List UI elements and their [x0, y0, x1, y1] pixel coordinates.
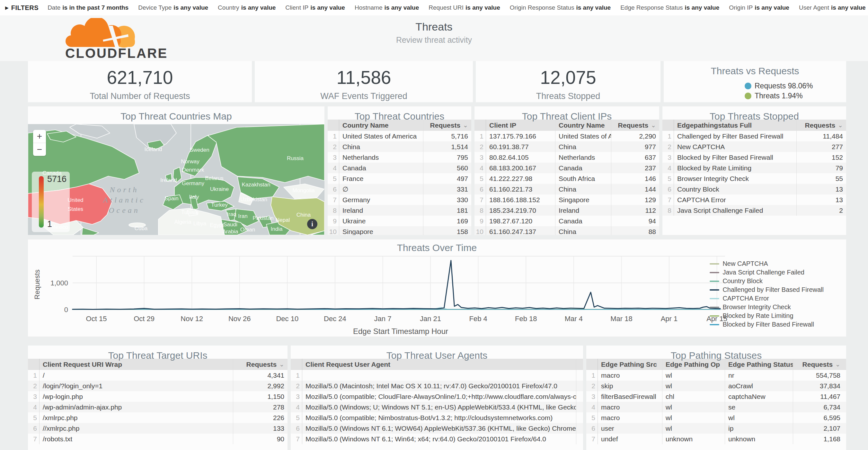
table-cell: /login/?login_only=1 [39, 381, 233, 391]
map-gradient-bar [39, 176, 44, 228]
table-row: 1United States of America5,716 [328, 131, 471, 142]
legend-line-swatch-icon [710, 280, 719, 282]
filter-item-user-agent[interactable]: User Agentis any value [799, 4, 866, 11]
filters-caret-icon: ▶ [5, 5, 9, 10]
row-number: 3 [474, 152, 486, 163]
column-header-requests[interactable]: Requests⌄ [233, 359, 287, 370]
column-header-edgepathingstatus-full[interactable]: Edgepathingstatus Full [674, 120, 796, 131]
table-row: 541.222.227.98South Africa146 [474, 173, 659, 184]
table-cell: 4,341 [233, 370, 287, 381]
table-row: 8185.234.219.70Ireland112 [474, 205, 659, 216]
table-row: 2New CAPTCHA277 [662, 142, 846, 152]
column-header-client-ip[interactable]: Client IP [486, 120, 555, 131]
column-header-client-request-uri-wrap[interactable]: Client Request URI Wrap [39, 359, 233, 370]
table-cell: 68.183.200.167 [486, 163, 555, 173]
table-cell: Country Block [674, 184, 796, 194]
top-threats-stopped-table: Edgepathingstatus FullRequests⌄1Challeng… [662, 120, 846, 216]
chart-title: Threats Over Time [397, 242, 477, 253]
stat-value: 621,710 [28, 67, 252, 88]
world-map[interactable]: CanadaUnitedStatesMexicoCubaIcelandIrela… [28, 124, 324, 235]
legend-series-label: CAPTCHA Error [722, 295, 769, 302]
table-cell: 1,150 [233, 391, 287, 402]
table-row: 9198.27.67.120Canada94 [474, 216, 659, 226]
map-label-india: India [271, 226, 283, 232]
table-row: 7188.166.188.152Singapore129 [474, 194, 659, 205]
filter-item-origin-ip[interactable]: Origin IPis any value [729, 4, 789, 11]
column-header-requests[interactable]: Requests⌄ [611, 120, 659, 131]
table-row: 2Mozilla/5.0 (Macintosh; Intel Mac OS X … [291, 381, 583, 391]
map-zoom-out-button[interactable]: − [33, 143, 46, 156]
column-header-requests[interactable]: Requests⌄ [793, 359, 844, 370]
row-number: 5 [474, 173, 486, 184]
column-header-requests[interactable]: Requests⌄ [423, 120, 471, 131]
chart-legend-item[interactable]: New CAPTCHA [710, 260, 824, 268]
chart-legend-item[interactable]: Java Script Challenge Failed [710, 268, 824, 277]
chart-legend-item[interactable]: CAPTCHA Error [710, 294, 824, 303]
clipped-requests-cell [576, 370, 583, 381]
column-header-client-request-user-agent[interactable]: Client Request User Agent [302, 359, 576, 370]
row-number: 6 [291, 423, 302, 433]
table-cell: 560 [423, 163, 471, 173]
threats-vs-requests-legend: Requests 98.06%Threats 1.94% [664, 81, 846, 101]
table-cell: Browser Integrity Check [674, 173, 796, 184]
filter-item-device-type[interactable]: Device Typeis any value [138, 4, 208, 11]
filter-item-hostname[interactable]: Hostnameis any value [355, 4, 419, 11]
table-cell: 2 [796, 205, 846, 216]
legend-dot-icon [745, 83, 751, 89]
table-row: 6Country Block13 [662, 184, 846, 194]
legend-label: Threats 1.94% [754, 92, 803, 100]
column-header-edge-pathing-op[interactable]: Edge Pathing Op [662, 359, 725, 370]
row-number: 1 [474, 131, 486, 142]
top-pathing-statuses-table: Edge Pathing SrcEdge Pathing OpEdge Path… [586, 359, 846, 444]
ocean-label-line: Ocean [108, 206, 140, 214]
table-cell: Challenged by Filter Based Firewall [674, 131, 796, 142]
table-row: 6∅331 [328, 184, 471, 194]
top-threat-countries-table: Country NameRequests⌄1United States of A… [328, 120, 471, 235]
column-header-edge-pathing-status[interactable]: Edge Pathing Status [725, 359, 793, 370]
top-threat-target-uris-table: Client Request URI WrapRequests⌄1/4,3412… [28, 359, 287, 444]
table-row: 2China1,514 [328, 142, 471, 152]
column-header-edge-pathing-src[interactable]: Edge Pathing Src [598, 359, 662, 370]
row-number-header [662, 120, 674, 131]
map-info-button[interactable]: i [307, 219, 317, 229]
filter-item-request-uri[interactable]: Request URIis any value [429, 4, 500, 11]
table-cell: wl [662, 381, 725, 391]
row-number: 4 [662, 163, 674, 173]
filter-item-origin-response-status[interactable]: Origin Response Statusis any value [510, 4, 611, 11]
table-row: 3Netherlands795 [328, 152, 471, 163]
filter-item-date[interactable]: Dateis in the past 7 months [48, 4, 128, 11]
filter-item-edge-response-status[interactable]: Edge Response Statusis any value [620, 4, 719, 11]
x-tick-label: Mar 4 [565, 315, 583, 323]
chart-legend-item[interactable]: Country Block [710, 277, 824, 286]
row-number: 6 [662, 184, 674, 194]
map-label-tunisia: Tunisia [181, 209, 199, 215]
filters-toggle[interactable]: ▶ FILTERS [5, 4, 38, 11]
column-header-requests[interactable]: Requests⌄ [796, 120, 846, 131]
column-header-country-name[interactable]: Country Name [555, 120, 611, 131]
chart-legend-item[interactable]: Challenged by Filter Based Firewall [710, 286, 824, 294]
clipped-requests-cell [576, 381, 583, 391]
table-cell: 331 [423, 184, 471, 194]
table-row: 8Java Script Challenge Failed2 [662, 205, 846, 216]
chart-legend-item[interactable]: Blocked by Filter Based Firewall [710, 320, 824, 329]
map-zoom-in-button[interactable]: + [33, 130, 46, 143]
table-cell: Mozilla/5.0 (compatible; Nimbostratus-Bo… [302, 412, 576, 423]
table-cell: Canada [555, 216, 611, 226]
column-header-country-name[interactable]: Country Name [339, 120, 423, 131]
table-cell: New CAPTCHA [674, 142, 796, 152]
legend-series-label: Country Block [722, 277, 763, 285]
table-cell: macro [598, 370, 662, 381]
table-cell [302, 370, 576, 381]
chart-legend-item[interactable]: Blocked by Rate Limiting [710, 311, 824, 320]
chart-legend-item[interactable]: Browser Integrity Check [710, 303, 824, 311]
legend-line-swatch-icon [710, 307, 719, 308]
table-header-row: Client Request User Agent [291, 359, 583, 370]
filter-item-client-ip[interactable]: Client IPis any value [285, 4, 345, 11]
table-cell: 169 [423, 216, 471, 226]
table-cell: 278 [233, 402, 287, 412]
table-cell: 637 [611, 152, 659, 163]
legend-line-swatch-icon [710, 298, 719, 299]
map-label-iraq: Iraq [227, 211, 236, 217]
filter-item-country[interactable]: Countryis any value [218, 4, 276, 11]
map-label-algeria: Algeria [175, 219, 191, 225]
